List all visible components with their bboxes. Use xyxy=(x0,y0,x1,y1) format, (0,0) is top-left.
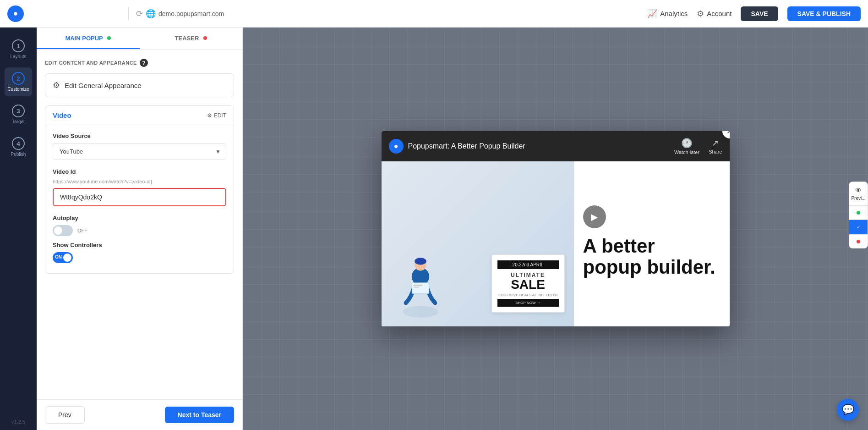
step-label-target: Target xyxy=(12,119,25,124)
section-label: EDIT CONTENT AND APPEARANCE ? xyxy=(45,59,234,67)
tab-main-popup[interactable]: MAIN POPUP xyxy=(37,28,140,49)
sidebar-item-target[interactable]: 3 Target xyxy=(5,100,32,129)
svg-rect-7 xyxy=(413,287,419,288)
show-controllers-label: Show Controllers xyxy=(53,242,226,248)
analytics-icon: 📈 xyxy=(647,9,657,19)
video-section-header: Video ⚙ EDIT xyxy=(45,106,234,125)
video-section: Video ⚙ EDIT Video Source YouTube Vimeo … xyxy=(45,105,234,274)
step-label-customize: Customize xyxy=(7,87,29,92)
tab-main-popup-label: MAIN POPUP xyxy=(65,35,103,42)
share-label: Share xyxy=(709,149,722,154)
play-button[interactable]: ▶ xyxy=(583,205,606,228)
edit-general-appearance-button[interactable]: ⚙ Edit General Appearance xyxy=(45,73,234,97)
autoplay-toggle-row: OFF xyxy=(53,225,226,236)
share-button[interactable]: ↗ Share xyxy=(709,138,722,154)
popup-video-right: ▶ A better popup builder. xyxy=(574,161,730,326)
video-edit-button[interactable]: ⚙ EDIT xyxy=(207,112,226,119)
popup-logo: ● xyxy=(389,139,404,154)
eye-icon: 👁 xyxy=(855,187,862,194)
preview-toggle[interactable]: 👁 Previ... xyxy=(849,182,868,206)
refresh-icon[interactable]: ⟳ xyxy=(136,9,143,19)
url-text: demo.popupsmart.com xyxy=(158,10,224,17)
analytics-nav[interactable]: 📈 Analytics xyxy=(647,9,688,19)
next-to-teaser-button[interactable]: Next to Teaser xyxy=(165,407,234,423)
popup-header: ● Popupsmart: A Better Popup Builder 🕐 W… xyxy=(382,131,730,161)
sale-card-inner: 20-22nd APRIL ULTIMATE SALE EXCLUSIVE DE… xyxy=(491,254,565,313)
save-button[interactable]: SAVE xyxy=(741,6,778,21)
right-float-panel: 👁 Previ... ✓ xyxy=(849,182,868,248)
toggle-knob xyxy=(54,226,62,235)
inactive-dot-btn[interactable] xyxy=(849,235,868,248)
active-dot-btn[interactable] xyxy=(849,206,868,220)
sidebar-item-layouts[interactable]: 1 Layouts xyxy=(5,35,32,64)
globe-icon: 🌐 xyxy=(146,9,156,19)
play-icon: ▶ xyxy=(591,211,598,222)
section-label-text: EDIT CONTENT AND APPEARANCE xyxy=(45,60,137,66)
canvas: ✕ ● Popupsmart: A Better Popup Builder 🕐… xyxy=(243,28,868,430)
sale-btn: SHOP NOW → xyxy=(497,299,559,307)
left-sidebar: 1 Layouts 2 Customize 3 Target 4 Publish… xyxy=(0,28,37,430)
svg-rect-5 xyxy=(412,283,429,293)
watch-later-button[interactable]: 🕐 Watch later xyxy=(674,138,699,155)
url-bar: ⟳ 🌐 demo.popupsmart.com xyxy=(136,9,642,19)
share-icon: ↗ xyxy=(712,138,719,148)
topbar: ● video popup ⟳ 🌐 demo.popupsmart.com 📈 … xyxy=(0,0,868,28)
video-title-line1: A better xyxy=(583,235,655,257)
toggle-on-knob xyxy=(63,254,71,262)
sale-subtitle: EXCLUSIVE DEALS AT DIFFERENT xyxy=(497,293,559,297)
appearance-btn-label: Edit General Appearance xyxy=(65,82,142,89)
help-icon[interactable]: ? xyxy=(140,59,148,67)
analytics-label: Analytics xyxy=(660,10,688,17)
popup-preview: ✕ ● Popupsmart: A Better Popup Builder 🕐… xyxy=(382,131,730,326)
preview-label: Previ... xyxy=(851,196,865,201)
video-section-body: Video Source YouTube Vimeo Custom ▼ Vide… xyxy=(45,125,234,273)
svg-point-0 xyxy=(403,306,438,318)
divider xyxy=(128,7,129,20)
toggle-on-text: ON xyxy=(55,254,62,259)
tab-teaser[interactable]: TEASER xyxy=(140,28,243,49)
popup-title: Popupsmart: A Better Popup Builder xyxy=(408,142,670,150)
video-source-label: Video Source xyxy=(53,132,226,139)
search-input[interactable]: video popup xyxy=(29,8,121,19)
video-edit-label: EDIT xyxy=(214,112,226,119)
logo-icon: ● xyxy=(13,9,18,18)
video-id-label: Video Id xyxy=(53,168,226,175)
sidebar-item-publish[interactable]: 4 Publish xyxy=(5,132,32,161)
app-logo[interactable]: ● xyxy=(7,6,24,22)
popup-video-left: 20-22nd APRIL ULTIMATE SALE EXCLUSIVE DE… xyxy=(382,161,574,326)
gear-icon: ⚙ xyxy=(697,9,704,19)
video-id-input[interactable]: Wt8qyQdo2kQ xyxy=(53,188,226,206)
settings-panel: MAIN POPUP TEASER EDIT CONTENT AND APPEA… xyxy=(37,28,243,430)
step-num-3: 3 xyxy=(12,105,25,117)
tab-teaser-label: TEASER xyxy=(175,35,199,42)
step-num-4: 4 xyxy=(12,137,25,150)
watch-later-icon: 🕐 xyxy=(681,138,693,149)
video-id-hint: https://www.youtube.com/watch?v=[video-i… xyxy=(53,179,226,184)
autoplay-toggle[interactable] xyxy=(53,225,73,236)
video-title-line2: popup builder. xyxy=(583,256,715,278)
video-source-select[interactable]: YouTube Vimeo Custom xyxy=(53,143,226,160)
sale-title: SALE xyxy=(497,278,559,291)
show-controllers-toggle[interactable]: ON xyxy=(53,252,73,263)
active-green-dot xyxy=(857,211,860,215)
gear-appearance-icon: ⚙ xyxy=(53,80,60,90)
show-controllers-toggle-row: ON xyxy=(53,252,226,263)
prev-button[interactable]: Prev xyxy=(45,406,85,424)
tab-main-dot xyxy=(107,36,111,40)
check-btn[interactable]: ✓ xyxy=(849,220,868,235)
sale-date: 20-22nd APRIL xyxy=(497,260,559,269)
video-source-wrapper: YouTube Vimeo Custom ▼ xyxy=(53,143,226,160)
tab-teaser-dot xyxy=(203,36,207,40)
sidebar-item-customize[interactable]: 2 Customize xyxy=(5,67,32,96)
video-section-title: Video xyxy=(53,111,71,119)
popup-video-area: 20-22nd APRIL ULTIMATE SALE EXCLUSIVE DE… xyxy=(382,161,730,326)
chat-button[interactable]: 💬 xyxy=(837,399,859,421)
watch-later-label: Watch later xyxy=(674,149,699,155)
autoplay-label: Autoplay xyxy=(53,215,226,221)
popup-logo-icon: ● xyxy=(394,142,399,150)
save-publish-button[interactable]: SAVE & PUBLISH xyxy=(787,6,861,21)
step-label-layouts: Layouts xyxy=(10,54,26,59)
chat-icon: 💬 xyxy=(842,404,854,416)
account-nav[interactable]: ⚙ Account xyxy=(697,9,732,19)
svg-rect-6 xyxy=(413,285,422,286)
